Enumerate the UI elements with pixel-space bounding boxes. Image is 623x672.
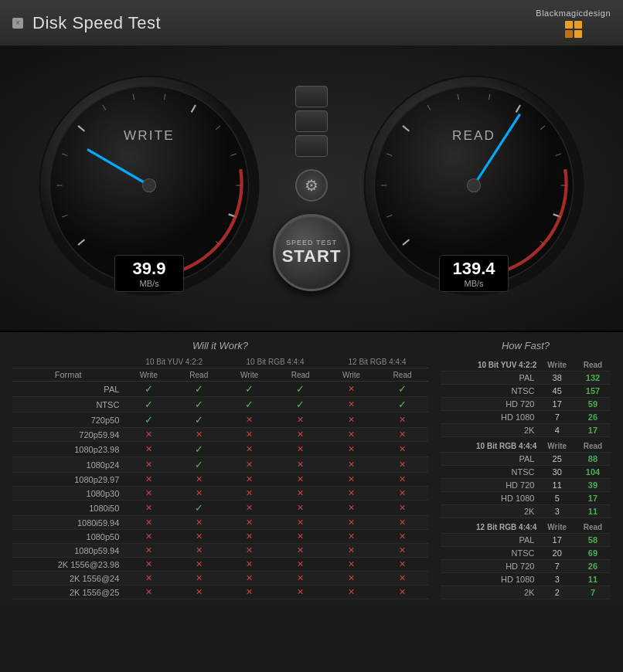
read-value: 17 <box>575 424 611 437</box>
cross-icon: ✕ <box>348 429 355 439</box>
cross-icon: ✕ <box>145 444 152 453</box>
read-gauge: READ 139.4 MB/s <box>358 70 590 307</box>
format-btn-2[interactable] <box>295 110 328 132</box>
will-it-work-title: Will it Work? <box>12 340 428 351</box>
svg-point-36 <box>467 178 480 192</box>
cross-icon: ✕ <box>348 384 355 393</box>
list-item: NTSC2069 <box>441 547 611 560</box>
read-col-header: Read <box>575 356 611 372</box>
cross-icon: ✕ <box>399 415 406 424</box>
cross-icon: ✕ <box>145 429 152 439</box>
cross-icon: ✕ <box>348 503 355 512</box>
close-button[interactable]: × <box>12 18 23 29</box>
group-header-row: 12 Bit RGB 4:4:4WriteRead <box>441 518 611 534</box>
check-icon: ✓ <box>245 383 254 395</box>
cross-icon: ✕ <box>246 444 253 453</box>
format-btn-3[interactable] <box>295 135 328 157</box>
cross-icon: ✕ <box>145 559 152 568</box>
rgb-444-12-header: 12 Bit RGB 4:4:4 <box>326 356 428 368</box>
write-value: 7 <box>539 560 575 573</box>
cross-icon: ✕ <box>348 573 355 582</box>
value-cell: ✕ <box>274 516 326 530</box>
cross-icon: ✕ <box>145 587 152 596</box>
group-label: 10 Bit YUV 4:2:2 <box>441 356 539 372</box>
write-value: 2 <box>539 586 575 599</box>
value-cell: ✕ <box>224 428 274 442</box>
value-cell: ✕ <box>376 585 428 599</box>
cross-icon: ✕ <box>246 587 253 596</box>
read-value: 139.4 <box>451 259 497 279</box>
col-sub-header-row: Format Write Read Write Read Write Read <box>12 368 428 382</box>
title-bar: × Disk Speed Test Blackmagicdesign <box>0 0 623 46</box>
value-cell: ✕ <box>274 412 326 428</box>
cross-icon: ✕ <box>399 444 406 453</box>
table-row: 2K 1556@24✕✕✕✕✕✕ <box>12 572 428 585</box>
write-value: 5 <box>539 492 575 505</box>
read-unit: MB/s <box>451 279 497 288</box>
brand-sq-4 <box>574 30 582 38</box>
value-cell: ✓ <box>173 442 224 457</box>
value-cell: ✕ <box>274 473 326 487</box>
cross-icon: ✕ <box>399 460 406 469</box>
check-icon: ✓ <box>296 399 305 410</box>
check-icon: ✓ <box>296 383 305 395</box>
rgb10-read-header: Read <box>274 368 326 382</box>
list-item: 2K417 <box>441 424 611 437</box>
cross-icon: ✕ <box>246 488 253 497</box>
cross-icon: ✕ <box>196 559 203 568</box>
cross-icon: ✕ <box>297 429 304 439</box>
cross-icon: ✕ <box>399 503 406 512</box>
start-button[interactable]: SPEED TEST START <box>273 214 350 291</box>
format-cell: NTSC <box>441 466 539 479</box>
cross-icon: ✕ <box>348 488 355 497</box>
value-cell: ✕ <box>376 428 428 442</box>
value-cell: ✕ <box>224 558 274 572</box>
value-cell: ✓ <box>274 382 326 397</box>
cross-icon: ✕ <box>145 488 152 497</box>
value-cell: ✕ <box>124 530 173 544</box>
list-item: NTSC30104 <box>441 466 611 479</box>
brand-logo: Blackmagicdesign <box>536 8 611 38</box>
how-fast-title: How Fast? <box>441 340 611 351</box>
cross-icon: ✕ <box>399 488 406 497</box>
cross-icon: ✕ <box>399 587 406 596</box>
cross-icon: ✕ <box>297 531 304 541</box>
check-icon: ✓ <box>195 383 203 395</box>
cross-icon: ✕ <box>348 531 355 541</box>
write-col-header: Write <box>539 437 575 453</box>
check-icon: ✓ <box>195 502 203 514</box>
cross-icon: ✕ <box>145 474 152 484</box>
list-item: 2K27 <box>441 586 611 599</box>
rgb12-read-header: Read <box>376 368 428 382</box>
format-cell: 1080i50 <box>12 501 124 516</box>
cross-icon: ✕ <box>246 415 253 424</box>
value-cell: ✕ <box>173 530 224 544</box>
write-value: 30 <box>539 466 575 479</box>
format-cell: 2K 1556@24 <box>12 572 124 585</box>
cross-icon: ✕ <box>297 573 304 582</box>
speed-test-label: SPEED TEST <box>286 239 337 246</box>
cross-icon: ✕ <box>196 429 203 439</box>
table-row: 2K 1556@23.98✕✕✕✕✕✕ <box>12 558 428 572</box>
value-cell: ✕ <box>173 558 224 572</box>
value-cell: ✕ <box>173 428 224 442</box>
value-cell: ✕ <box>124 428 173 442</box>
cross-icon: ✕ <box>399 559 406 568</box>
write-value-box: 39.9 MB/s <box>114 255 184 292</box>
table-area: Will it Work? 10 Bit YUV 4:2:2 10 Bit RG… <box>0 332 623 607</box>
list-item: HD 1080726 <box>441 411 611 424</box>
format-btn-1[interactable] <box>295 86 328 107</box>
cross-icon: ✕ <box>297 415 304 424</box>
table-row: 1080p24✕✓✕✕✕✕ <box>12 457 428 473</box>
format-cell: 1080p50 <box>12 530 124 544</box>
value-cell: ✕ <box>173 585 224 599</box>
value-cell: ✕ <box>376 572 428 585</box>
format-col-header <box>12 356 124 368</box>
value-cell: ✕ <box>173 516 224 530</box>
write-value: 7 <box>539 411 575 424</box>
value-cell: ✕ <box>274 530 326 544</box>
value-cell: ✕ <box>376 544 428 558</box>
gear-button[interactable]: ⚙ <box>295 169 328 202</box>
value-cell: ✓ <box>173 457 224 473</box>
cross-icon: ✕ <box>297 460 304 469</box>
